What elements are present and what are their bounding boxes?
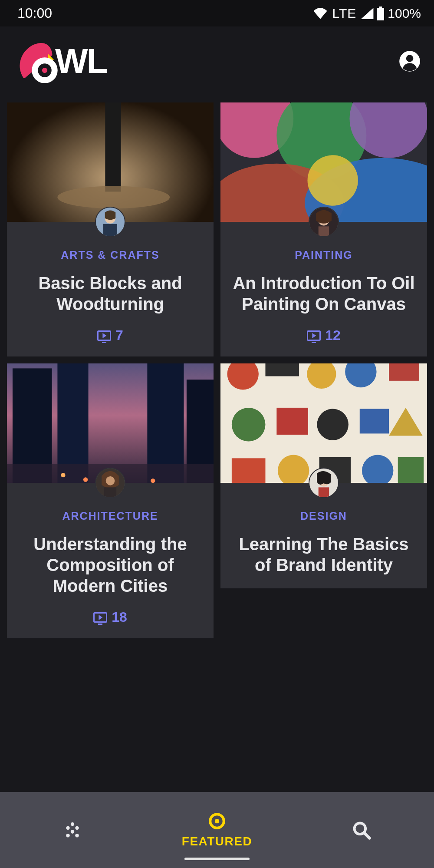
instructor-avatar[interactable]: [309, 468, 339, 498]
avatar-image: [309, 469, 338, 497]
app-header: WL: [0, 26, 434, 102]
avatar-image: [96, 469, 125, 497]
status-time: 10:00: [17, 5, 52, 21]
video-count: 12: [325, 327, 341, 343]
svg-rect-55: [319, 487, 329, 497]
instructor-avatar[interactable]: [309, 207, 339, 237]
svg-point-43: [232, 408, 266, 442]
status-indicators: LTE 100%: [313, 6, 421, 21]
svg-rect-12: [103, 224, 117, 236]
svg-point-25: [106, 476, 115, 485]
instructor-avatar[interactable]: [95, 468, 125, 498]
course-card[interactable]: ARCHITECTURE Understanding the Compositi…: [7, 363, 214, 638]
nav-home[interactable]: [0, 792, 145, 868]
svg-point-63: [215, 818, 220, 823]
course-category: PAINTING: [295, 249, 353, 261]
battery-icon: [376, 7, 385, 20]
course-card[interactable]: ARTS & CRAFTS Basic Blocks and Woodturni…: [7, 102, 214, 356]
video-count: 7: [115, 327, 123, 343]
network-label: LTE: [332, 6, 356, 21]
video-count-row: 7: [97, 327, 123, 343]
svg-point-20: [83, 477, 88, 482]
nav-label: FEATURED: [182, 835, 252, 848]
svg-point-58: [75, 826, 79, 829]
svg-rect-48: [232, 458, 266, 483]
svg-rect-52: [398, 457, 424, 483]
svg-rect-1: [377, 8, 384, 20]
video-icon: [307, 330, 321, 341]
svg-rect-0: [379, 7, 382, 8]
course-title: Basic Blocks and Woodturning: [7, 273, 214, 314]
hero-image: [220, 363, 427, 483]
course-title: An Introduction To Oil Painting On Canva…: [220, 273, 427, 314]
nav-search[interactable]: [289, 792, 434, 868]
course-category: DESIGN: [300, 510, 347, 522]
svg-point-6: [406, 55, 413, 62]
video-count-row: 18: [93, 609, 127, 625]
video-icon: [97, 330, 111, 341]
svg-point-59: [70, 830, 74, 833]
svg-point-4: [42, 68, 47, 73]
avatar-image: [309, 208, 338, 236]
course-title: Learning The Basics of Brand Identity: [220, 534, 427, 575]
home-indicator: [184, 858, 250, 860]
video-count-row: 12: [307, 327, 341, 343]
svg-point-57: [66, 826, 69, 829]
feed-column-left: ARTS & CRAFTS Basic Blocks and Woodturni…: [7, 102, 214, 638]
course-feed: ARTS & CRAFTS Basic Blocks and Woodturni…: [0, 102, 434, 638]
svg-rect-26: [104, 487, 116, 497]
course-category: ARTS & CRAFTS: [61, 249, 159, 261]
video-icon: [93, 612, 107, 623]
svg-rect-42: [389, 363, 419, 381]
svg-point-56: [70, 822, 74, 825]
course-hero: [220, 363, 427, 483]
wifi-icon: [313, 8, 328, 19]
svg-rect-44: [276, 408, 308, 435]
svg-rect-46: [360, 409, 389, 434]
svg-point-9: [57, 186, 170, 208]
svg-point-33: [307, 155, 358, 205]
hero-image: [220, 102, 427, 222]
svg-rect-8: [105, 102, 121, 191]
hero-image: [7, 363, 214, 483]
svg-line-65: [365, 833, 370, 838]
course-title: Understanding the Composition of Modern …: [7, 534, 214, 596]
status-bar: 10:00 LTE 100%: [0, 0, 434, 26]
course-hero: [220, 102, 427, 222]
grid-icon: [63, 821, 82, 839]
feed-column-right: PAINTING An Introduction To Oil Painting…: [220, 102, 427, 638]
course-card[interactable]: DESIGN Learning The Basics of Brand Iden…: [220, 363, 427, 588]
course-hero: [7, 363, 214, 483]
avatar-image: [96, 208, 125, 236]
search-icon: [352, 821, 371, 840]
hero-image: [7, 102, 214, 222]
video-count: 18: [112, 609, 127, 625]
svg-rect-39: [265, 363, 299, 376]
app-logo[interactable]: WL: [17, 40, 106, 83]
nav-featured[interactable]: FEATURED: [145, 792, 289, 868]
battery-percent: 100%: [388, 6, 421, 21]
svg-point-22: [151, 479, 155, 483]
svg-point-45: [317, 409, 348, 440]
profile-icon[interactable]: [398, 50, 421, 73]
course-hero: [7, 102, 214, 222]
svg-point-61: [75, 834, 79, 837]
signal-icon: [361, 8, 374, 19]
course-category: ARCHITECTURE: [62, 510, 158, 522]
brand-text: WL: [55, 41, 106, 81]
svg-point-19: [61, 473, 65, 477]
instructor-avatar[interactable]: [95, 207, 125, 237]
bottom-nav: FEATURED: [0, 792, 434, 868]
svg-rect-36: [319, 226, 329, 236]
course-card[interactable]: PAINTING An Introduction To Oil Painting…: [220, 102, 427, 356]
target-icon: [208, 812, 226, 830]
svg-point-60: [66, 834, 69, 837]
